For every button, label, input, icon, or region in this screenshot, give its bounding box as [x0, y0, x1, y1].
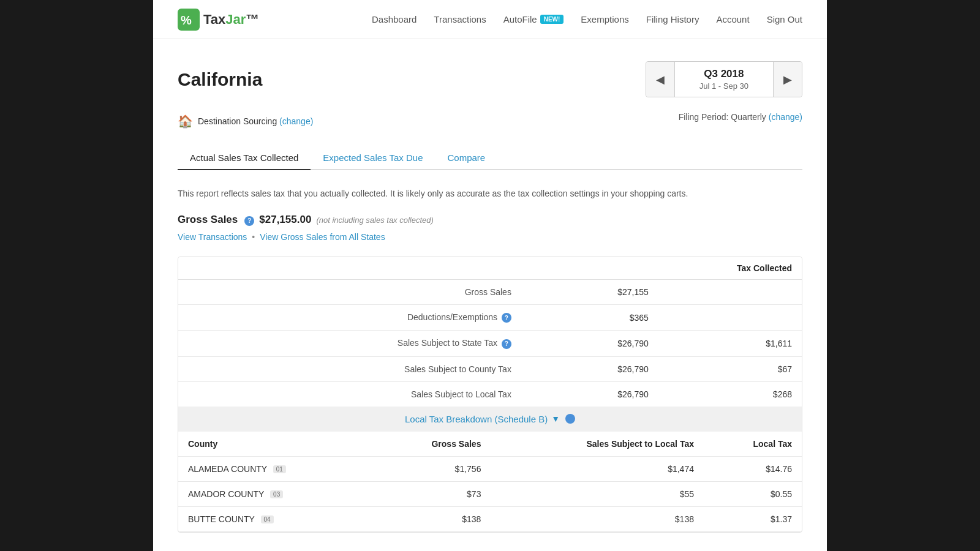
row-label: Gross Sales	[178, 280, 521, 305]
county-badge: 01	[273, 465, 286, 473]
county-subject: $55	[491, 481, 704, 506]
sales-data-table: Gross Sales $27,155 Deductions/Exemption…	[178, 280, 802, 407]
county-badge: 04	[261, 515, 274, 523]
row-value: $365	[521, 305, 658, 331]
col-gross-sales-header: Gross Sales	[375, 432, 491, 457]
county-name: ALAMEDA COUNTY 01	[178, 456, 375, 481]
gross-sales-row: Gross Sales ? $27,155.00 (not including …	[178, 214, 802, 226]
county-gross-sales: $138	[375, 506, 491, 531]
table-row: Sales Subject to Local Tax $26,790 $268	[178, 381, 802, 407]
period-navigator: ◀ Q3 2018 Jul 1 - Sep 30 ▶	[646, 61, 802, 97]
county-row: ALAMEDA COUNTY 01 $1,756 $1,474 $14.76	[178, 456, 802, 481]
nav-transactions[interactable]: Transactions	[434, 14, 486, 24]
filing-period-change-link[interactable]: (change)	[769, 112, 802, 122]
row-label: Deductions/Exemptions ?	[178, 305, 521, 331]
table-row: Gross Sales $27,155	[178, 280, 802, 305]
county-table-header-row: County Gross Sales Sales Subject to Loca…	[178, 432, 802, 457]
row-value: $26,790	[521, 331, 658, 356]
period-quarter: Q3 2018	[699, 68, 748, 80]
table-row: Sales Subject to County Tax $26,790 $67	[178, 356, 802, 381]
view-gross-sales-link[interactable]: View Gross Sales from All States	[260, 232, 385, 242]
sourcing-row: 🏠 Destination Sourcing (change)	[178, 114, 313, 129]
row-value: $26,790	[521, 356, 658, 381]
col-value-header	[645, 263, 718, 273]
row-label: Sales Subject to State Tax ?	[178, 331, 521, 356]
row-label: Sales Subject to Local Tax	[178, 381, 521, 407]
county-local-tax: $0.55	[704, 481, 802, 506]
gross-sales-note: (not including sales tax collected)	[316, 216, 434, 225]
period-display: Q3 2018 Jul 1 - Sep 30	[674, 62, 774, 97]
sourcing-change-link[interactable]: (change)	[279, 116, 313, 126]
nav-autofile[interactable]: AutoFile New!	[503, 14, 564, 24]
county-row: AMADOR COUNTY 03 $73 $55 $0.55	[178, 481, 802, 506]
breakdown-header: Local Tax Breakdown (Schedule B) ▼ ?	[178, 407, 802, 432]
page-header: California ◀ Q3 2018 Jul 1 - Sep 30 ▶	[178, 61, 802, 97]
page-content: California ◀ Q3 2018 Jul 1 - Sep 30 ▶ 🏠 …	[153, 39, 827, 551]
nav-sign-out[interactable]: Sign Out	[767, 14, 802, 24]
county-subject: $138	[491, 506, 704, 531]
logo[interactable]: % TaxJar™	[178, 9, 259, 31]
col-tax-header: Tax Collected	[718, 263, 792, 273]
col-county-header: County	[178, 432, 375, 457]
gross-sales-label: Gross Sales	[178, 214, 238, 226]
county-row: BUTTE COUNTY 04 $138 $138 $1.37	[178, 506, 802, 531]
row-value: $26,790	[521, 381, 658, 407]
svg-text:%: %	[181, 13, 192, 27]
gross-sales-info-icon[interactable]: ?	[244, 216, 254, 226]
row-tax	[658, 280, 802, 305]
row-tax: $1,611	[658, 331, 802, 356]
table-row: Deductions/Exemptions ? $365	[178, 305, 802, 331]
nav-filing-history[interactable]: Filing History	[646, 14, 699, 24]
logo-text: TaxJar™	[203, 12, 259, 28]
gross-sales-amount: $27,155.00	[259, 214, 311, 226]
links-separator: •	[252, 232, 255, 242]
nav-exemptions[interactable]: Exemptions	[581, 14, 628, 24]
county-subject: $1,474	[491, 456, 704, 481]
table-row: Sales Subject to State Tax ? $26,790 $1,…	[178, 331, 802, 356]
breakdown-toggle-link[interactable]: Local Tax Breakdown (Schedule B) ▼ ?	[186, 414, 794, 424]
tab-expected[interactable]: Expected Sales Tax Due	[311, 146, 435, 170]
main-data-section: Tax Collected Gross Sales $27,155 Deduct…	[178, 257, 802, 533]
county-gross-sales: $1,756	[375, 456, 491, 481]
deductions-info-icon[interactable]: ?	[502, 313, 511, 323]
page-title: California	[178, 69, 262, 90]
county-name: BUTTE COUNTY 04	[178, 506, 375, 531]
tab-actual[interactable]: Actual Sales Tax Collected	[178, 146, 311, 170]
row-value: $27,155	[521, 280, 658, 305]
period-next-button[interactable]: ▶	[774, 62, 802, 97]
report-tabs: Actual Sales Tax Collected Expected Sale…	[178, 146, 802, 170]
state-tax-info-icon[interactable]: ?	[502, 339, 511, 349]
main-nav: % TaxJar™ Dashboard Transactions AutoFil…	[153, 0, 827, 39]
sourcing-label: Destination Sourcing (change)	[198, 116, 313, 126]
county-name: AMADOR COUNTY 03	[178, 481, 375, 506]
row-tax: $268	[658, 381, 802, 407]
nav-dashboard[interactable]: Dashboard	[372, 14, 417, 24]
breakdown-info-icon[interactable]: ?	[565, 414, 575, 424]
period-prev-button[interactable]: ◀	[646, 62, 674, 97]
report-description: This report reflects sales tax that you …	[178, 187, 802, 200]
nav-account[interactable]: Account	[716, 14, 749, 24]
county-badge: 03	[270, 490, 283, 498]
taxjar-logo-icon: %	[178, 9, 200, 31]
tab-compare[interactable]: Compare	[435, 146, 497, 170]
action-links-row: View Transactions • View Gross Sales fro…	[178, 232, 802, 242]
sourcing-icon: 🏠	[178, 114, 193, 129]
breakdown-chevron-icon: ▼	[551, 414, 560, 424]
row-tax: $67	[658, 356, 802, 381]
view-transactions-link[interactable]: View Transactions	[178, 232, 247, 242]
county-local-tax: $14.76	[704, 456, 802, 481]
county-local-tax: $1.37	[704, 506, 802, 531]
county-breakdown-table: County Gross Sales Sales Subject to Loca…	[178, 432, 802, 532]
row-tax	[658, 305, 802, 331]
filing-period-row: Filing Period: Quarterly (change)	[679, 112, 802, 122]
autofile-badge: New!	[540, 15, 564, 24]
nav-links: Dashboard Transactions AutoFile New! Exe…	[372, 14, 802, 24]
period-dates: Jul 1 - Sep 30	[699, 81, 748, 91]
col-local-tax-header: Local Tax	[704, 432, 802, 457]
col-subject-header: Sales Subject to Local Tax	[491, 432, 704, 457]
row-label: Sales Subject to County Tax	[178, 356, 521, 381]
county-gross-sales: $73	[375, 481, 491, 506]
table-header-row: Tax Collected	[178, 257, 802, 280]
